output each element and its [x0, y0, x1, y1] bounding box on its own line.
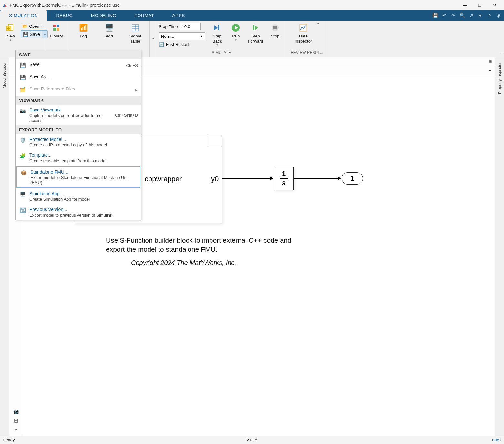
stop-time-input[interactable] [180, 23, 201, 30]
group-review: Data Inspector ▼ REVIEW RESUL... [286, 21, 328, 57]
copyright-text: Copyright 2024 The MathWorks, Inc. [131, 259, 236, 267]
step-back-label: Step Back [212, 34, 222, 44]
log-button[interactable]: 📶 Log [75, 22, 92, 39]
menu-item-save-viewmark[interactable]: 📷 Save Viewmark Capture model's current … [16, 105, 141, 125]
stop-label: Stop [271, 34, 280, 39]
save-label: Save [30, 32, 40, 37]
stop-button[interactable]: Stop [266, 22, 284, 39]
qat-minimize-ribbon-icon[interactable]: ◉ [495, 12, 502, 19]
qat-redo-icon[interactable]: ↷ [450, 12, 457, 19]
shield-icon: 🛡️ [19, 137, 26, 144]
minimize-button[interactable]: — [458, 0, 472, 10]
step-back-button[interactable]: Step Back ▼ [208, 22, 226, 47]
integrator-block[interactable]: 1 s [274, 167, 294, 190]
svg-rect-9 [57, 28, 59, 31]
menu-item-simulation-app[interactable]: 🖥️ Simulation App... Create Simulation A… [16, 188, 141, 204]
fast-restart-toggle[interactable]: 🔄 Fast Restart [159, 41, 205, 48]
menu-item-protected-model[interactable]: 🛡️ Protected Model... Create an IP-prote… [16, 134, 141, 150]
svg-rect-8 [53, 28, 56, 31]
library-label: Library [50, 34, 63, 39]
close-button[interactable]: ✕ [487, 0, 502, 10]
folder-open-icon: 📂 [22, 23, 28, 29]
group-review-label: REVIEW RESUL... [288, 50, 326, 57]
library-button[interactable]: Library [48, 22, 65, 39]
signal-table-button[interactable]: Signal Table [127, 22, 144, 44]
camera-icon[interactable]: 📷 [12, 408, 19, 415]
qat-help-icon[interactable]: ? [486, 12, 493, 19]
qat-search-icon[interactable]: 🔍 [459, 12, 466, 19]
review-gallery-dropdown[interactable]: ▼ [315, 22, 321, 25]
qat-shortcut-icon[interactable]: ↗ [468, 12, 475, 19]
tab-modeling[interactable]: MODELING [82, 10, 126, 21]
qat-save-icon[interactable]: 💾 [432, 12, 439, 19]
add-button[interactable]: 🖥️ Add [100, 22, 118, 39]
group-simulate-label: SIMULATE [159, 50, 284, 57]
template-icon: 🧩 [19, 153, 26, 160]
status-left: Ready [3, 438, 15, 442]
shortcut-save: Ctrl+S [126, 63, 138, 68]
right-dock: Property Inspector [495, 57, 504, 436]
sim-mode-value: Normal [161, 34, 175, 39]
menu-item-save-as[interactable]: 💾 Save As... [16, 71, 141, 84]
sim-mode-select[interactable]: Normal ▼ [159, 32, 205, 40]
status-zoom[interactable]: 212% [247, 438, 257, 442]
new-label: New [6, 34, 15, 39]
svg-marker-15 [214, 25, 218, 30]
model-browser-tab[interactable]: Model Browser [2, 60, 7, 91]
save-split-button[interactable]: 💾Save ▼ [21, 30, 48, 38]
maximize-button[interactable]: □ [472, 0, 487, 10]
expand-palette-icon[interactable]: » [12, 426, 19, 433]
outport-block[interactable]: 1 [342, 172, 363, 185]
prepare-gallery-dropdown[interactable]: ▼ [150, 21, 157, 57]
tab-format[interactable]: FORMAT [126, 10, 163, 21]
property-inspector-tab[interactable]: Property Inspector [498, 60, 502, 97]
menu-item-previous-version[interactable]: ↩️ Previous Version... Export model to p… [16, 204, 141, 220]
run-button[interactable]: Run ▼ [227, 22, 244, 42]
statusbar: Ready 212% ode1 [0, 436, 504, 444]
add-label: Add [106, 34, 113, 39]
integrator-numerator: 1 [282, 170, 286, 178]
previous-version-icon: ↩️ [19, 207, 26, 214]
menu-item-save[interactable]: 💾 Save Ctrl+S [16, 59, 141, 71]
save-icon: 💾 [23, 32, 28, 37]
data-inspector-button[interactable]: Data Inspector [293, 22, 314, 44]
new-button[interactable]: New ▼ [2, 22, 19, 42]
open-button[interactable]: 📂 Open ▼ [21, 23, 48, 30]
titlebar: FMUExportWithExternalCPP - Simulink prer… [0, 0, 504, 10]
tab-debug[interactable]: DEBUG [47, 10, 82, 21]
stop-icon [271, 23, 279, 33]
tab-apps[interactable]: APPS [163, 10, 194, 21]
svg-marker-19 [255, 25, 258, 30]
menu-item-template[interactable]: 🧩 Template... Create reusable template f… [16, 150, 141, 166]
signal-line-2 [294, 178, 339, 179]
svg-rect-18 [253, 25, 254, 30]
path-dropdown[interactable]: ▼ [487, 69, 493, 73]
qat-dropdown-icon[interactable]: ▾ [477, 12, 484, 19]
signal-table-icon [132, 23, 139, 33]
svg-rect-14 [218, 25, 219, 30]
open-label: Open [29, 24, 39, 29]
ribbon-expand-toggle[interactable]: ⌃ [498, 51, 503, 56]
stop-time-label: Stop Time [159, 24, 178, 29]
data-inspector-label: Data Inspector [295, 34, 312, 44]
menu-item-standalone-fmu[interactable]: 📦 Standalone FMU... Export model to Stan… [16, 166, 140, 188]
fast-restart-icon: 🔄 [159, 42, 164, 47]
save-as-icon: 💾 [19, 74, 26, 81]
save-ref-icon: 🗂️ [19, 86, 26, 93]
add-icon: 🖥️ [105, 23, 114, 33]
tab-simulation[interactable]: SIMULATION [0, 10, 47, 21]
step-forward-button[interactable]: Step Forward [246, 22, 265, 44]
qat-undo-icon[interactable]: ↶ [441, 12, 448, 19]
simulink-icon [2, 2, 8, 8]
tile-view-icon[interactable]: ▦ [487, 59, 493, 65]
status-solver[interactable]: ode1 [492, 438, 501, 442]
outport-number: 1 [350, 174, 354, 183]
signal-line-1 [222, 178, 271, 179]
model-description-text: Use S-Function builder block to import e… [106, 236, 296, 254]
svg-rect-21 [273, 26, 277, 29]
signal-table-label: Signal Table [129, 34, 141, 44]
left-dock: Model Browser [0, 57, 9, 436]
new-icon [6, 23, 15, 33]
list-icon[interactable]: ▤ [12, 417, 19, 424]
window-title: FMUExportWithExternalCPP - Simulink prer… [10, 3, 120, 8]
